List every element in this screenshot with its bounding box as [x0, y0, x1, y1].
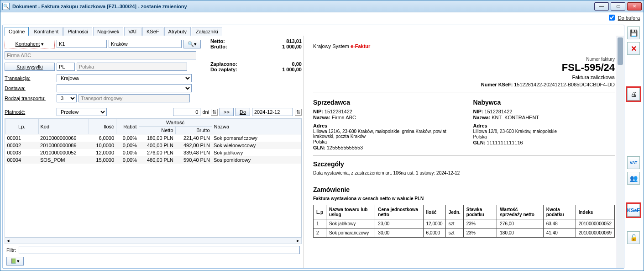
dni-spinner-icon[interactable]: ⇅	[211, 109, 218, 116]
table-row[interactable]: 00003201000000005212,00000,00%276,00 PLN…	[5, 149, 301, 156]
vat-button[interactable]: VAT	[627, 156, 640, 169]
sidebar: 💾 ✕ 🖨 VAT 👥 KSeF 🔓	[625, 25, 642, 269]
szczegoly-heading: Szczegóły	[313, 160, 615, 168]
preview-heading: Krajowy System e-Faktur	[313, 41, 615, 50]
search-kontrahent-button[interactable]: 🔍▾	[183, 40, 201, 48]
dozaplaty-label: Do zapłaty:	[210, 67, 237, 72]
netto-value: 813,01	[286, 38, 302, 44]
preview-scrollbar[interactable]	[617, 36, 624, 268]
left-pane: Kontrahent ▾ 🔍▾ Netto:813,01 Brutto:1 00…	[3, 36, 304, 268]
tab-ogolne[interactable]: Ogólne	[5, 27, 29, 36]
table-row[interactable]: 00004SOS_POM15,00000,00%480,00 PLN590,40…	[5, 156, 301, 164]
kontrahent-name-input	[5, 51, 196, 59]
tab-vat[interactable]: VAT	[124, 27, 141, 36]
col-wartosc[interactable]: Wartość	[139, 119, 212, 127]
filtr-label: Filtr:	[6, 247, 16, 253]
tab-naglowek[interactable]: Nagłówek	[93, 27, 123, 36]
minimize-button[interactable]: —	[594, 2, 609, 11]
date-spinner-icon[interactable]: ⇅	[295, 109, 302, 116]
zaplacono-value: 0,00	[292, 61, 302, 67]
rodzaj-transportu-label: Rodzaj transportu:	[5, 96, 55, 101]
save-button[interactable]: 💾	[627, 27, 640, 39]
nabywca-block: Nabywca NIP: 1512281422 Nazwa: KNT_KONTR…	[473, 97, 615, 151]
kraj-code-input[interactable]	[57, 63, 75, 71]
dni-label: dni	[202, 109, 209, 115]
platnosc-select[interactable]: Przelew	[57, 108, 107, 116]
brutto-value: 1 000,00	[282, 44, 302, 49]
maximize-button[interactable]: ▭	[611, 2, 625, 11]
tab-platnosci[interactable]: Płatności	[63, 27, 92, 36]
close-window-button[interactable]: ✕	[627, 2, 642, 11]
lock-button[interactable]: 🔓	[627, 231, 640, 244]
tab-kontrahent[interactable]: Kontrahent	[30, 27, 63, 36]
faktura-sub: Faktura zaliczkowa	[313, 74, 615, 80]
tab-ksef[interactable]: KSeF	[142, 27, 163, 36]
filtr-input[interactable]	[19, 246, 300, 254]
dni-input[interactable]	[173, 108, 200, 116]
col-netto[interactable]: Netto	[139, 127, 175, 134]
tabs: Ogólne Kontrahent Płatności Nagłówek VAT…	[3, 25, 624, 36]
window-title: Dokument - Faktura zakupu zaliczkowa [FZ…	[12, 4, 187, 9]
app-window: 🔍 Dokument - Faktura zakupu zaliczkowa […	[0, 0, 644, 271]
transakcja-label: Transakcja:	[5, 75, 55, 81]
dostawa-select[interactable]	[57, 84, 192, 92]
rodzaj-trans-name	[79, 94, 190, 102]
col-ilosc[interactable]: Ilość	[89, 119, 116, 134]
dozaplaty-value: 1 000,00	[282, 67, 302, 72]
hscroll-left-icon[interactable]: ◂	[5, 238, 11, 244]
szczegoly-line: Data wystawienia, z zastrzeżeniem art. 1…	[313, 170, 615, 175]
zamowienie-sub: Faktura wystawiona w cenach netto w walu…	[313, 196, 615, 201]
do-bufora-input[interactable]	[609, 15, 615, 21]
forward-button[interactable]: >>	[220, 108, 234, 116]
col-nazwa[interactable]: Nazwa	[212, 119, 301, 134]
zamowienie-heading: Zamówienie	[313, 186, 615, 193]
col-rabat[interactable]: Rabat	[116, 119, 139, 134]
titlebar: 🔍 Dokument - Faktura zakupu zaliczkowa […	[0, 0, 644, 12]
kontrahent-button[interactable]: Kontrahent ▾	[5, 40, 55, 48]
scroll-thumb[interactable]	[618, 37, 623, 65]
ksef-preview-pane[interactable]: Krajowy System e-Faktur Numer faktury FS…	[304, 36, 624, 268]
cancel-button[interactable]: ✕	[627, 42, 640, 55]
date-input[interactable]	[252, 108, 293, 116]
netto-label: Netto:	[210, 38, 225, 44]
dostawa-label: Dostawa:	[5, 85, 55, 91]
zamowienie-table: L.p Nazwa towaru lub usług Cena jednostk…	[313, 205, 615, 238]
print-button[interactable]: 🖨	[627, 88, 640, 101]
platnosc-label: Płatność:	[5, 109, 55, 115]
table-row[interactable]: 00002201000000008910,00000,00%400,00 PLN…	[5, 142, 301, 149]
table-row[interactable]: 0000120100000000696,00000,00%180,00 PLN2…	[5, 134, 301, 142]
tab-atrybuty[interactable]: Atrybuty	[164, 27, 191, 36]
col-lp[interactable]: Lp.	[5, 119, 39, 134]
kraj-name-input	[77, 63, 187, 71]
numer-faktury-label: Numer faktury	[313, 57, 615, 62]
col-brutto[interactable]: Brutto	[175, 127, 212, 134]
do-bufora-label: Do bufora	[618, 15, 640, 21]
brutto-label: Brutto:	[210, 44, 227, 49]
ksef-number: Numer KSeF: 1512281422-20241212-B085DC4C…	[313, 82, 615, 87]
table-row: 2Sok pomarańczowy30,006,0000szt23%180,00…	[314, 228, 615, 238]
book-button[interactable]: 📗▾	[6, 257, 24, 266]
document-icon: 🔍	[2, 3, 10, 10]
ksef-menu-button[interactable]: KSeF	[627, 204, 640, 217]
kraj-wysylki-button[interactable]: Kraj wysyłki	[5, 63, 55, 71]
tab-zalaczniki[interactable]: Załączniki	[192, 27, 222, 36]
kontrahent-code-input[interactable]	[57, 40, 107, 48]
table-row: 1Sok jabłkowy23,0012,0000szt23%276,0063,…	[314, 219, 615, 228]
do-button[interactable]: Do	[236, 108, 250, 116]
people-button[interactable]: 👥	[627, 172, 640, 185]
numer-faktury-value: FSL-595/24	[313, 62, 615, 74]
sprzedawca-block: Sprzedawca NIP: 1512281422 Nazwa: Firma …	[313, 97, 455, 151]
col-kod[interactable]: Kod	[38, 119, 89, 134]
items-grid[interactable]: Lp. Kod Ilość Rabat Wartość Nazwa Netto	[5, 118, 302, 238]
top-options: Do bufora	[0, 12, 644, 23]
hscroll-right-icon[interactable]: ▸	[295, 238, 301, 244]
kontrahent-city-input[interactable]	[109, 40, 182, 48]
do-bufora-checkbox[interactable]: Do bufora	[607, 13, 640, 22]
rodzaj-trans-code[interactable]: 3	[57, 94, 77, 102]
zaplacono-label: Zapłacono:	[210, 61, 237, 67]
transakcja-select[interactable]: Krajowa	[57, 74, 192, 82]
